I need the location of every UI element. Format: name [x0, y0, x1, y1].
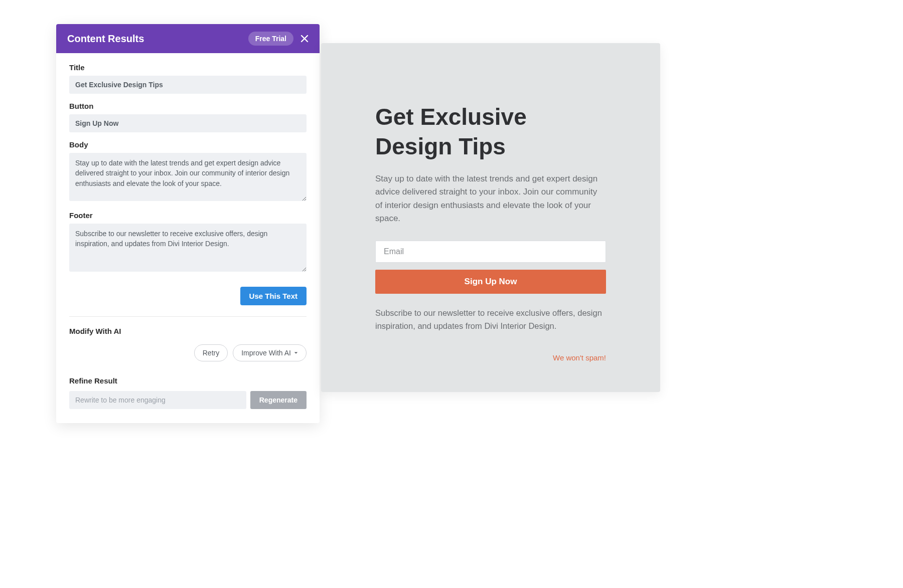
panel-title: Content Results [67, 33, 144, 45]
content-results-panel: Content Results Free Trial Title Button [56, 24, 320, 423]
refine-input[interactable] [69, 391, 246, 409]
button-input[interactable] [69, 114, 307, 132]
panel-header: Content Results Free Trial [56, 24, 320, 53]
button-label: Button [69, 102, 307, 110]
regenerate-button[interactable]: Regenerate [250, 391, 307, 409]
email-field[interactable] [375, 241, 606, 263]
improve-label: Improve With AI [241, 349, 291, 357]
refine-result-label: Refine Result [69, 376, 307, 385]
spam-note: We won't spam! [375, 353, 606, 362]
footer-textarea[interactable]: Subscribe to our newsletter to receive e… [69, 224, 307, 272]
chevron-down-icon [294, 351, 298, 355]
retry-label: Retry [203, 349, 219, 357]
retry-button[interactable]: Retry [194, 344, 228, 361]
preview-footer-text: Subscribe to our newsletter to receive e… [375, 307, 606, 332]
preview-heading: Get Exclusive Design Tips [375, 102, 606, 161]
preview-pane: Get Exclusive Design Tips Stay up to dat… [321, 43, 660, 392]
improve-with-ai-button[interactable]: Improve With AI [233, 344, 307, 361]
body-textarea[interactable]: Stay up to date with the latest trends a… [69, 153, 307, 201]
close-icon[interactable] [300, 35, 309, 43]
free-trial-button[interactable]: Free Trial [248, 32, 293, 46]
title-input[interactable] [69, 76, 307, 94]
use-this-text-button[interactable]: Use This Text [240, 287, 307, 305]
body-label: Body [69, 140, 307, 149]
footer-label: Footer [69, 211, 307, 220]
modify-with-ai-label: Modify With AI [69, 327, 307, 335]
preview-body-text: Stay up to date with the latest trends a… [375, 172, 606, 226]
title-label: Title [69, 63, 307, 72]
signup-button[interactable]: Sign Up Now [375, 270, 606, 294]
